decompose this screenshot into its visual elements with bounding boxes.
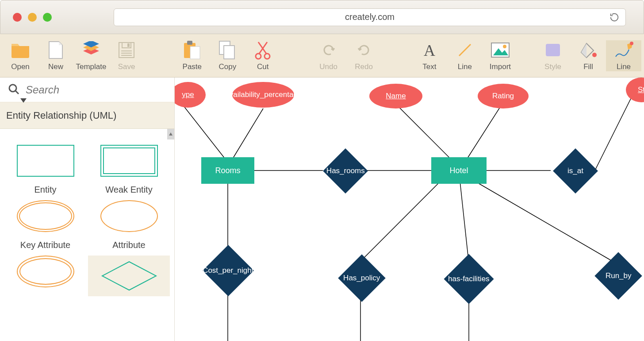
svg-line-40 [360, 182, 440, 261]
svg-line-32 [232, 108, 263, 159]
scrollbar-up-button[interactable] [167, 129, 174, 140]
shape-category-header[interactable]: Entity Relationship (UML) [0, 102, 174, 129]
text-label: Text [422, 62, 436, 71]
redo-button[interactable]: Redo [346, 40, 382, 71]
svg-rect-23 [546, 44, 560, 56]
pencil-icon [614, 40, 633, 60]
svg-point-25 [592, 53, 597, 57]
shape-multivalued-attribute[interactable] [4, 256, 86, 296]
svg-line-36 [467, 104, 502, 159]
svg-rect-8 [121, 55, 132, 56]
shapes-sidebar: Entity Relationship (UML) Entity Weak En… [0, 78, 175, 341]
cut-button[interactable]: Cut [245, 40, 280, 71]
text-tool-button[interactable]: A Text [412, 40, 447, 71]
folder-icon [11, 40, 30, 60]
import-label: Import [490, 62, 511, 71]
svg-line-35 [396, 104, 451, 159]
shape-search-row [0, 78, 174, 102]
svg-line-29 [15, 91, 19, 94]
svg-line-14 [258, 42, 266, 54]
minimize-window-button[interactable] [28, 13, 37, 22]
key-attribute-shape-icon [17, 200, 74, 232]
undo-label: Undo [319, 62, 337, 71]
svg-point-27 [630, 42, 633, 45]
relationship-shape-icon [100, 260, 158, 292]
shape-attribute[interactable]: Attribute [88, 200, 170, 250]
open-button[interactable]: Open [3, 40, 38, 71]
svg-rect-5 [127, 43, 130, 47]
attr-name[interactable]: Name [369, 84, 422, 108]
svg-rect-11 [190, 46, 200, 59]
workspace: Entity Relationship (UML) Entity Weak En… [0, 78, 644, 341]
fill-label: Fill [583, 62, 593, 71]
new-button[interactable]: New [38, 40, 73, 71]
save-label: Save [118, 62, 135, 71]
entity-hotel[interactable]: Hotel [431, 157, 487, 184]
fill-button[interactable]: Fill [571, 40, 606, 71]
line-style-label: Line [617, 62, 631, 71]
svg-rect-13 [224, 46, 234, 59]
import-button[interactable]: Import [483, 40, 518, 71]
weak-entity-shape-icon [100, 145, 158, 177]
svg-text:A: A [424, 42, 435, 58]
cut-icon [253, 40, 272, 60]
key-attribute-label: Key Attribute [20, 240, 70, 250]
search-icon [8, 83, 19, 97]
new-file-icon [46, 40, 65, 60]
main-toolbar: Open New Template Save [0, 34, 644, 78]
svg-marker-30 [102, 262, 156, 290]
shape-key-attribute[interactable]: Key Attribute [4, 200, 86, 250]
svg-point-17 [264, 54, 270, 59]
svg-rect-7 [121, 53, 132, 54]
svg-rect-10 [187, 41, 192, 45]
reload-icon[interactable] [610, 12, 619, 22]
undo-button[interactable]: Undo [311, 40, 346, 71]
new-label: New [48, 62, 63, 71]
line-style-button[interactable]: Line [606, 40, 641, 71]
attr-availability[interactable]: Availability_percentage [232, 82, 294, 108]
address-bar[interactable]: creately.com [114, 8, 626, 26]
collapse-triangle-icon[interactable] [20, 98, 27, 103]
attr-rating[interactable]: Rating [478, 84, 529, 108]
open-label: Open [11, 62, 30, 71]
shape-weak-entity[interactable]: Weak Entity [88, 145, 170, 195]
svg-point-28 [9, 85, 16, 92]
svg-rect-6 [121, 50, 132, 51]
style-button[interactable]: Style [535, 40, 571, 71]
paste-button[interactable]: Paste [174, 40, 210, 71]
cut-label: Cut [257, 62, 268, 71]
save-button[interactable]: Save [109, 40, 144, 71]
svg-point-22 [503, 45, 506, 48]
entity-label: Entity [34, 185, 56, 195]
style-label: Style [544, 62, 561, 71]
svg-line-31 [182, 104, 226, 159]
maximize-window-button[interactable] [43, 13, 52, 22]
multivalued-shape-icon [17, 256, 74, 287]
undo-icon [319, 40, 338, 60]
entity-shape-icon [17, 145, 74, 177]
template-button[interactable]: Template [73, 40, 109, 71]
close-window-button[interactable] [13, 13, 22, 22]
template-icon [81, 40, 101, 60]
shape-entity[interactable]: Entity [4, 145, 86, 195]
attribute-label: Attribute [112, 240, 145, 250]
search-input[interactable] [26, 84, 166, 96]
entity-rooms[interactable]: Rooms [201, 157, 254, 184]
diagram-canvas[interactable]: ype Availability_percentage Name Rating … [175, 78, 644, 341]
svg-line-15 [259, 42, 267, 54]
copy-button[interactable]: Copy [210, 40, 245, 71]
window-controls [0, 13, 52, 22]
save-icon [117, 40, 136, 60]
attribute-shape-icon [100, 200, 158, 232]
svg-line-41 [460, 182, 469, 264]
line-tool-button[interactable]: Line [447, 40, 483, 71]
style-icon [543, 40, 563, 60]
svg-line-19 [459, 44, 471, 56]
category-label: Entity Relationship (UML) [6, 110, 116, 121]
image-icon [491, 40, 510, 60]
paste-label: Paste [183, 62, 202, 71]
weak-entity-label: Weak Entity [105, 185, 152, 195]
svg-line-42 [475, 182, 613, 261]
shape-relationship[interactable] [88, 256, 170, 296]
svg-point-16 [256, 54, 261, 59]
